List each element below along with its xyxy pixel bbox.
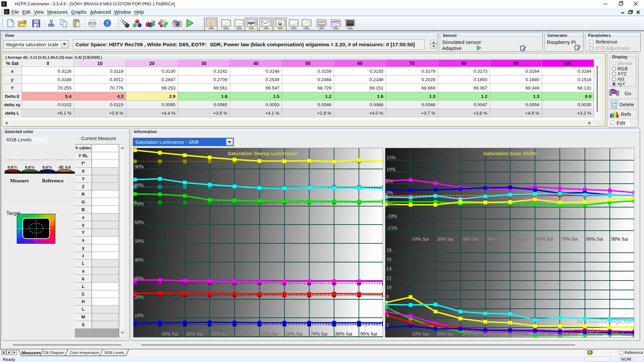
svg-text:?: ? bbox=[106, 20, 109, 26]
svg-text:50%: 50% bbox=[135, 238, 144, 244]
svg-text:Color temperature: Color temperature bbox=[70, 351, 100, 355]
svg-text:70% Sat: 70% Sat bbox=[561, 331, 578, 337]
svg-text:40%: 40% bbox=[135, 257, 144, 262]
svg-text:10%: 10% bbox=[386, 167, 396, 172]
svg-text:14: 14 bbox=[386, 266, 392, 271]
svg-text:40% Sat: 40% Sat bbox=[487, 331, 504, 337]
svg-text:60% Sat: 60% Sat bbox=[286, 331, 303, 337]
svg-text:50% Sat: 50% Sat bbox=[261, 331, 278, 337]
svg-text:0.0%: 0.0% bbox=[42, 165, 52, 170]
svg-text:20%: 20% bbox=[135, 294, 144, 300]
svg-text:dE 0.0: dE 0.0 bbox=[59, 165, 70, 170]
svg-text:Measures: Measures bbox=[21, 351, 41, 355]
svg-text:90% Sat: 90% Sat bbox=[360, 331, 377, 337]
svg-text:10%: 10% bbox=[135, 313, 144, 318]
svg-text:2: 2 bbox=[386, 322, 389, 327]
svg-text:70% Sat: 70% Sat bbox=[561, 236, 578, 242]
svg-text:60% Sat: 60% Sat bbox=[536, 236, 553, 242]
svg-text:20% Sat: 20% Sat bbox=[437, 236, 454, 242]
svg-text:80% Sat: 80% Sat bbox=[335, 331, 353, 337]
svg-text:80%: 80% bbox=[135, 182, 144, 188]
svg-text:30% Sat: 30% Sat bbox=[462, 236, 479, 242]
svg-text:70% Sat: 70% Sat bbox=[311, 331, 328, 337]
svg-text:-10%: -10% bbox=[386, 214, 397, 219]
svg-text:18: 18 bbox=[386, 247, 391, 253]
svg-text:Saturation Scan Shifts: Saturation Scan Shifts bbox=[483, 150, 537, 156]
svg-text:20% Sat: 20% Sat bbox=[437, 331, 454, 337]
svg-text:30% Sat: 30% Sat bbox=[211, 331, 228, 337]
svg-text:20% Sat: 20% Sat bbox=[186, 331, 203, 337]
svg-text:30% Sat: 30% Sat bbox=[462, 331, 479, 337]
svg-text:-5%: -5% bbox=[386, 202, 395, 207]
svg-text:10: 10 bbox=[386, 285, 391, 290]
svg-text:70%: 70% bbox=[135, 201, 144, 206]
svg-text:90% Sat: 90% Sat bbox=[611, 236, 628, 242]
svg-text:90%: 90% bbox=[135, 164, 144, 169]
svg-text:50% Sat: 50% Sat bbox=[512, 331, 529, 337]
svg-text:10% Sat: 10% Sat bbox=[161, 331, 178, 337]
svg-text:6: 6 bbox=[386, 303, 389, 309]
svg-text:0.0%: 0.0% bbox=[25, 165, 35, 170]
svg-text:15%: 15% bbox=[386, 155, 396, 160]
svg-text:60%: 60% bbox=[135, 220, 144, 225]
svg-text:50% Sat: 50% Sat bbox=[512, 236, 529, 242]
svg-text:-15%: -15% bbox=[386, 225, 397, 231]
svg-text:8: 8 bbox=[386, 294, 389, 299]
svg-text:10% Sat: 10% Sat bbox=[412, 331, 429, 337]
svg-text:Saturation Sweep Luminance: Saturation Sweep Luminance bbox=[227, 150, 298, 156]
svg-text:80% Sat: 80% Sat bbox=[586, 331, 603, 337]
svg-text:5%: 5% bbox=[386, 178, 393, 184]
svg-text:40% Sat: 40% Sat bbox=[236, 331, 253, 337]
svg-text:16: 16 bbox=[386, 256, 392, 262]
svg-text:40% Sat: 40% Sat bbox=[487, 236, 504, 242]
svg-text:80% Sat: 80% Sat bbox=[586, 236, 603, 242]
svg-text:90% Sat: 90% Sat bbox=[611, 331, 628, 337]
svg-text:10% Sat: 10% Sat bbox=[412, 236, 429, 242]
svg-text:CIE Diagram: CIE Diagram bbox=[43, 351, 64, 355]
svg-text:RGB Levels: RGB Levels bbox=[105, 351, 124, 355]
svg-text:0.0%: 0.0% bbox=[7, 165, 17, 170]
svg-text:4: 4 bbox=[386, 313, 389, 318]
svg-text:0%: 0% bbox=[386, 190, 393, 195]
svg-text:12: 12 bbox=[386, 275, 391, 281]
svg-text:30%: 30% bbox=[135, 276, 144, 281]
svg-text:60% Sat: 60% Sat bbox=[536, 331, 553, 337]
